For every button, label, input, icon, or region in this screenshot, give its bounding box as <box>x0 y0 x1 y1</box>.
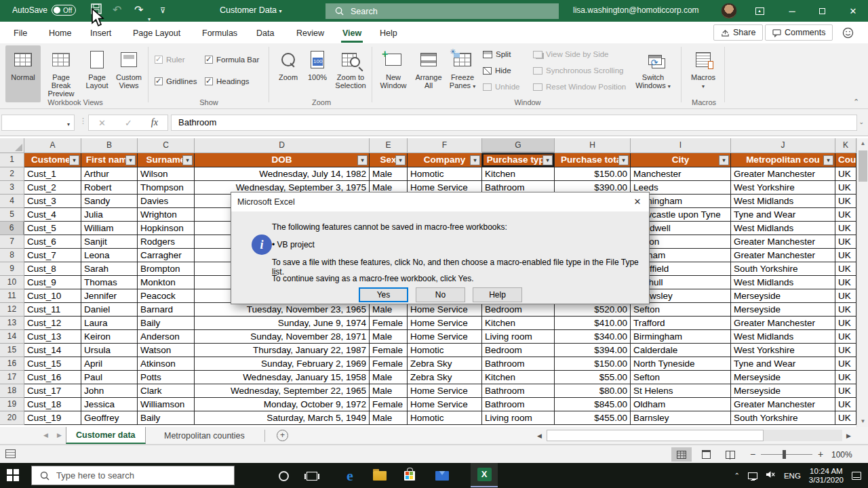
macros-button[interactable]: Macros▾ <box>686 45 720 102</box>
cell-K14[interactable]: UK <box>835 330 856 344</box>
tab-data[interactable]: Data <box>255 26 275 41</box>
column-header-C[interactable]: C <box>138 138 195 153</box>
cell-I18[interactable]: St Helens <box>631 384 731 398</box>
cell-I12[interactable]: Sefton <box>631 303 731 317</box>
cell-K15[interactable]: UK <box>835 344 856 357</box>
tab-file[interactable]: File <box>12 26 28 41</box>
clock[interactable]: 10:24 AM 3/31/2020 <box>809 467 844 485</box>
cell-A2[interactable]: Cust_1 <box>24 167 81 181</box>
cell-E20[interactable]: Male <box>370 411 408 425</box>
new-window-button[interactable]: + New Window <box>377 45 410 102</box>
headings-checkbox[interactable]: Headings <box>205 77 250 85</box>
row-header-20[interactable]: 20 <box>0 411 24 425</box>
cell-G18[interactable]: Bathroom <box>482 384 555 398</box>
cell-K20[interactable]: UK <box>835 411 856 425</box>
action-center-icon[interactable] <box>852 472 861 480</box>
cell-C9[interactable]: Brompton <box>138 262 195 276</box>
cell-G12[interactable]: Bedroom <box>482 303 555 317</box>
new-sheet-icon[interactable]: + <box>277 430 288 441</box>
cell-E18[interactable]: Male <box>370 384 408 398</box>
status-page-layout-button[interactable] <box>696 447 716 462</box>
minimize-button[interactable]: ─ <box>778 0 806 22</box>
cell-H12[interactable]: $520.00 <box>555 303 631 317</box>
hide-button[interactable]: Hide <box>483 66 511 75</box>
help-button[interactable]: Help <box>473 287 522 302</box>
cell-J19[interactable]: Greater Manchester <box>731 398 835 411</box>
scroll-down-icon[interactable]: ▼ <box>857 416 868 427</box>
cell-C10[interactable]: Monkton <box>138 276 195 289</box>
table-column-header-G[interactable]: Purchase type▾ <box>482 153 555 167</box>
cell-I15[interactable]: Calderdale <box>631 344 731 357</box>
cell-H14[interactable]: $340.00 <box>555 330 631 344</box>
cell-H17[interactable]: $55.00 <box>555 371 631 384</box>
cell-D2[interactable]: Wednesday, July 14, 1982 <box>195 167 370 181</box>
sheet-tab-metropolitan-counties[interactable]: Metropolitan counties <box>155 427 254 444</box>
table-column-header-H[interactable]: Purchase total▾ <box>555 153 631 167</box>
cell-A15[interactable]: Cust_14 <box>24 344 81 357</box>
split-button[interactable]: Split <box>483 50 511 58</box>
filter-dropdown-icon[interactable]: ▾ <box>542 155 553 165</box>
table-column-header-F[interactable]: Company▾ <box>408 153 482 167</box>
sheet-tab-customer-data[interactable]: Customer data <box>66 427 146 444</box>
cell-K10[interactable]: UK <box>835 276 856 289</box>
select-all-button[interactable] <box>0 138 24 153</box>
cell-J15[interactable]: West Yorkshire <box>731 344 835 357</box>
comments-button[interactable]: Comments <box>765 24 833 41</box>
row-header-12[interactable]: 12 <box>0 303 24 317</box>
cell-E16[interactable]: Female <box>370 357 408 371</box>
cell-J16[interactable]: Tyne and Wear <box>731 357 835 371</box>
cell-G17[interactable]: Kitchen <box>482 371 555 384</box>
row-header-2[interactable]: 2 <box>0 167 24 181</box>
custom-views-button[interactable]: Custom Views <box>113 45 145 102</box>
normal-view-button[interactable]: Normal <box>5 45 41 102</box>
filter-dropdown-icon[interactable]: ▾ <box>395 155 406 165</box>
formula-input[interactable]: Bathroom <box>171 115 857 131</box>
status-page-break-button[interactable] <box>720 447 741 462</box>
row-header-16[interactable]: 16 <box>0 357 24 371</box>
zoom-out-icon[interactable]: − <box>750 449 755 460</box>
column-header-I[interactable]: I <box>631 138 731 153</box>
search-box[interactable]: Search <box>326 3 559 19</box>
row-header-7[interactable]: 7 <box>0 235 24 249</box>
cell-J3[interactable]: West Yorkshire <box>731 181 835 195</box>
expand-formula-bar-icon[interactable]: ⌄ <box>859 119 864 125</box>
cell-D20[interactable]: Saturday, March 5, 1949 <box>195 411 370 425</box>
cell-E2[interactable]: Male <box>370 167 408 181</box>
cell-G2[interactable]: Kitchen <box>482 167 555 181</box>
row-header-5[interactable]: 5 <box>0 208 24 222</box>
cell-C16[interactable]: Atkinson <box>138 357 195 371</box>
cell-G20[interactable]: Living room <box>482 411 555 425</box>
avatar[interactable] <box>721 3 737 19</box>
filter-dropdown-icon[interactable]: ▾ <box>719 155 729 165</box>
cell-K16[interactable]: UK <box>835 357 856 371</box>
cell-K12[interactable]: UK <box>835 303 856 317</box>
cell-B9[interactable]: Sarah <box>81 262 138 276</box>
arrange-all-button[interactable]: Arrange All <box>412 45 445 102</box>
cell-A16[interactable]: Cust_15 <box>24 357 81 371</box>
no-button[interactable]: No <box>416 287 465 302</box>
column-header-H[interactable]: H <box>555 138 631 153</box>
cell-J5[interactable]: Tyne and Wear <box>731 208 835 222</box>
zoom-slider-thumb[interactable] <box>783 450 786 459</box>
cell-B4[interactable]: Sandy <box>81 195 138 208</box>
row-header-13[interactable]: 13 <box>0 317 24 330</box>
sheet-nav-right-icon[interactable]: ▶ <box>57 432 62 439</box>
table-column-header-E[interactable]: Sex▾ <box>370 153 408 167</box>
cell-G13[interactable]: Kitchen <box>482 317 555 330</box>
cell-K19[interactable]: UK <box>835 398 856 411</box>
cell-A12[interactable]: Cust_11 <box>24 303 81 317</box>
cell-G15[interactable]: Bedroom <box>482 344 555 357</box>
undo-icon[interactable]: ↶ <box>113 3 121 17</box>
vertical-scroll-thumb[interactable] <box>859 150 867 182</box>
row-header-11[interactable]: 11 <box>0 289 24 303</box>
cell-I16[interactable]: North Tyneside <box>631 357 731 371</box>
tab-formulas[interactable]: Formulas <box>201 26 239 41</box>
cell-I17[interactable]: Sefton <box>631 371 731 384</box>
cell-H19[interactable]: $845.00 <box>555 398 631 411</box>
cell-B15[interactable]: Ursula <box>81 344 138 357</box>
zoom-percentage[interactable]: 100% <box>831 450 852 460</box>
network-icon[interactable] <box>748 472 757 479</box>
table-column-header-J[interactable]: Metropolitan cou▾ <box>731 153 835 167</box>
cell-B7[interactable]: Sanjit <box>81 235 138 249</box>
cell-K2[interactable]: UK <box>835 167 856 181</box>
